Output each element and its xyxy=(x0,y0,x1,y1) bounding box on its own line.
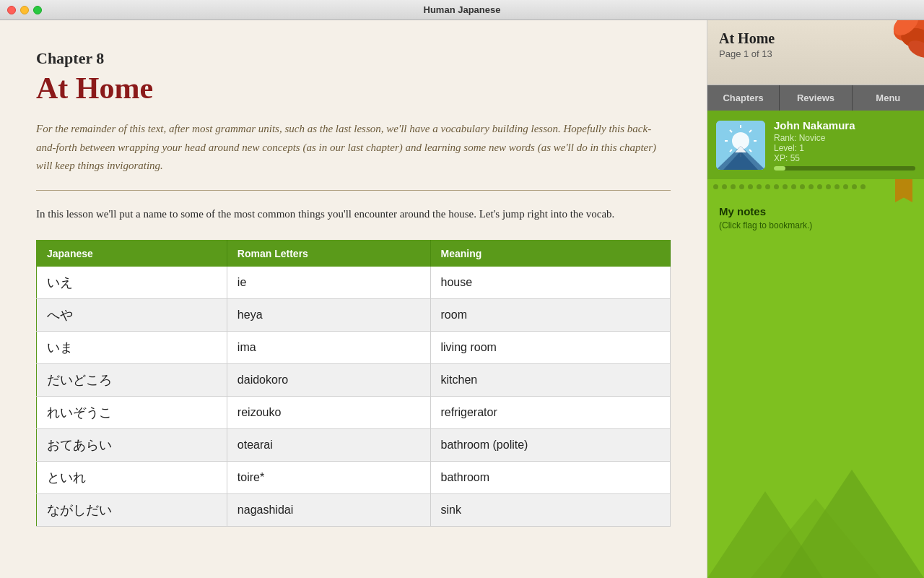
content-area: Chapter 8 At Home For the remainder of t… xyxy=(0,20,707,578)
maple-decoration xyxy=(873,20,924,71)
table-cell: ie xyxy=(227,267,430,299)
sidebar-header: At Home Page 1 of 13 xyxy=(707,20,924,85)
table-cell: nagashidai xyxy=(227,493,430,526)
col-japanese: Japanese xyxy=(37,240,227,267)
app-window: Chapter 8 At Home For the remainder of t… xyxy=(0,20,924,578)
chapter-title: At Home xyxy=(36,71,671,105)
table-cell: house xyxy=(430,267,671,299)
xp-bar-fill xyxy=(774,166,785,171)
dot xyxy=(722,184,727,189)
table-cell: bathroom xyxy=(430,461,671,493)
traffic-lights xyxy=(7,6,42,14)
table-cell: heya xyxy=(227,298,430,331)
table-cell: living room xyxy=(430,331,671,363)
dot xyxy=(808,184,814,189)
dot xyxy=(739,184,744,189)
notes-background-illustration xyxy=(707,434,924,578)
notes-section: My notes (Click flag to bookmark.) xyxy=(707,179,924,578)
table-cell: sink xyxy=(430,493,671,526)
table-cell: room xyxy=(430,298,671,331)
col-roman: Roman Letters xyxy=(227,240,430,267)
user-xp: XP: 55 xyxy=(774,153,915,163)
table-cell: kitchen xyxy=(430,363,671,396)
notes-dots-row xyxy=(707,179,924,194)
tab-chapters[interactable]: Chapters xyxy=(707,85,780,111)
titlebar: Human Japanese xyxy=(0,0,924,20)
bookmark-flag[interactable] xyxy=(895,179,912,202)
dot xyxy=(748,184,753,189)
dot xyxy=(791,184,796,189)
dot xyxy=(765,184,770,189)
sidebar: At Home Page 1 of 13 Chapters Reviews Me… xyxy=(707,20,924,578)
table-cell: だいどころ xyxy=(37,363,227,396)
table-row: れいぞうこreizoukorefrigerator xyxy=(37,396,671,428)
dot xyxy=(731,184,736,189)
table-cell: れいぞうこ xyxy=(37,396,227,428)
table-cell: ながしだい xyxy=(37,493,227,526)
table-cell: おてあらい xyxy=(37,428,227,461)
table-cell: bathroom (polite) xyxy=(430,428,671,461)
table-row: だいどころdaidokorokitchen xyxy=(37,363,671,396)
table-cell: toire* xyxy=(227,461,430,493)
tab-menu[interactable]: Menu xyxy=(853,85,924,111)
minimize-button[interactable] xyxy=(20,6,29,14)
maximize-button[interactable] xyxy=(33,6,42,14)
user-profile: John Nakamura Rank: Novice Level: 1 XP: … xyxy=(707,111,924,179)
table-cell: いま xyxy=(37,331,227,363)
col-meaning: Meaning xyxy=(430,240,671,267)
chapter-label: Chapter 8 xyxy=(36,49,671,68)
window-title: Human Japanese xyxy=(424,4,501,15)
table-row: ながしだいnagashidaisink xyxy=(37,493,671,526)
dot xyxy=(843,184,848,189)
close-button[interactable] xyxy=(7,6,16,14)
dot xyxy=(757,184,762,189)
intro-text: For the remainder of this text, after mo… xyxy=(36,120,671,176)
dot xyxy=(800,184,805,189)
table-row: いえiehouse xyxy=(37,267,671,299)
dot xyxy=(852,184,857,189)
dot xyxy=(860,184,866,189)
dot xyxy=(826,184,831,189)
notes-hint: (Click flag to bookmark.) xyxy=(719,220,912,230)
table-cell: daidokoro xyxy=(227,363,430,396)
table-cell: refrigerator xyxy=(430,396,671,428)
table-cell: reizouko xyxy=(227,396,430,428)
table-cell: いえ xyxy=(37,267,227,299)
dot xyxy=(834,184,840,189)
table-header-row: Japanese Roman Letters Meaning xyxy=(37,240,671,267)
dot xyxy=(713,184,718,189)
tab-reviews[interactable]: Reviews xyxy=(780,85,852,111)
table-row: へやheyaroom xyxy=(37,298,671,331)
table-cell: otearai xyxy=(227,428,430,461)
dot xyxy=(783,184,788,189)
notes-title: My notes xyxy=(719,205,912,217)
user-rank: Rank: Novice xyxy=(774,133,915,143)
xp-bar xyxy=(774,166,915,171)
table-cell: ima xyxy=(227,331,430,363)
user-info: John Nakamura Rank: Novice Level: 1 XP: … xyxy=(774,119,915,171)
dot xyxy=(774,184,779,189)
user-level: Level: 1 xyxy=(774,143,915,153)
table-row: いまimaliving room xyxy=(37,331,671,363)
sidebar-tabs: Chapters Reviews Menu xyxy=(707,85,924,111)
table-row: といれtoire*bathroom xyxy=(37,461,671,493)
dot xyxy=(817,184,822,189)
table-row: おてあらいotearaibathroom (polite) xyxy=(37,428,671,461)
user-name: John Nakamura xyxy=(774,119,915,131)
table-cell: といれ xyxy=(37,461,227,493)
table-cell: へや xyxy=(37,298,227,331)
body-text: In this lesson we'll put a name to some … xyxy=(36,205,671,223)
user-avatar xyxy=(716,121,765,170)
section-divider xyxy=(36,190,671,191)
vocab-table: Japanese Roman Letters Meaning いえiehouse… xyxy=(36,240,671,527)
